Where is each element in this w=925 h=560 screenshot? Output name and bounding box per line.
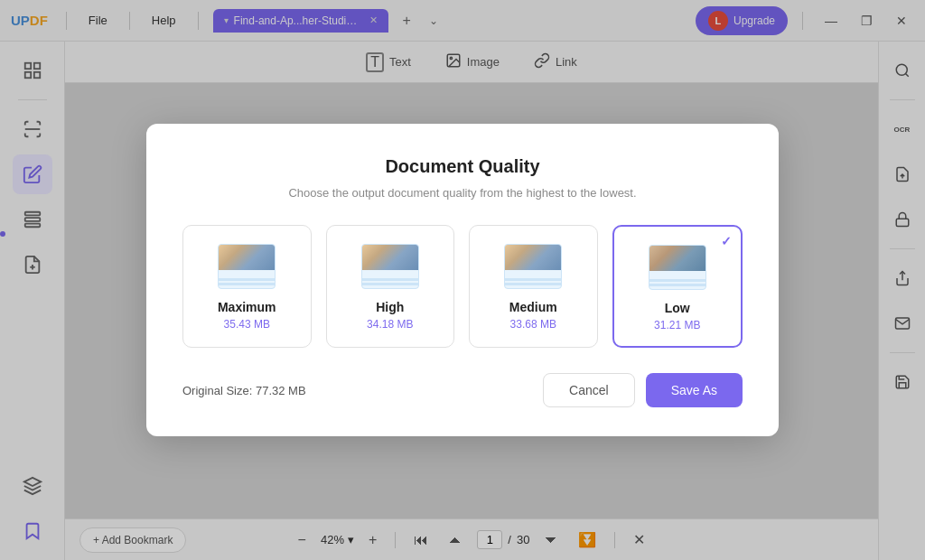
quality-thumb-medium [504, 244, 562, 289]
quality-name-maximum: Maximum [218, 300, 276, 314]
quality-card-low[interactable]: Low 31.21 MB [612, 225, 743, 348]
quality-size-maximum: 35.43 MB [224, 318, 270, 331]
quality-thumb-maximum [218, 244, 276, 289]
save-as-button[interactable]: Save As [646, 373, 743, 407]
quality-name-low: Low [665, 301, 690, 315]
cancel-button[interactable]: Cancel [543, 373, 635, 407]
quality-size-medium: 33.68 MB [510, 318, 556, 331]
quality-name-medium: Medium [509, 300, 557, 314]
quality-size-high: 34.18 MB [367, 318, 413, 331]
dialog-subtitle: Choose the output document quality from … [182, 186, 743, 200]
quality-card-medium[interactable]: Medium 33.68 MB [469, 225, 598, 348]
modal-overlay: Document Quality Choose the output docum… [0, 0, 925, 560]
quality-card-maximum[interactable]: Maximum 35.43 MB [182, 225, 312, 348]
quality-card-high[interactable]: High 34.18 MB [326, 225, 455, 348]
dialog-footer: Original Size: 77.32 MB Cancel Save As [182, 373, 743, 407]
quality-options: Maximum 35.43 MB High 34.18 MB Medium 33… [182, 225, 743, 348]
dialog-title: Document Quality [182, 156, 743, 177]
dialog-actions: Cancel Save As [543, 373, 743, 407]
quality-thumb-high [361, 244, 419, 289]
quality-size-low: 31.21 MB [654, 319, 700, 331]
quality-name-high: High [376, 300, 404, 314]
document-quality-dialog: Document Quality Choose the output docum… [146, 124, 779, 436]
quality-thumb-low [649, 245, 706, 290]
original-size-label: Original Size: 77.32 MB [182, 384, 306, 397]
